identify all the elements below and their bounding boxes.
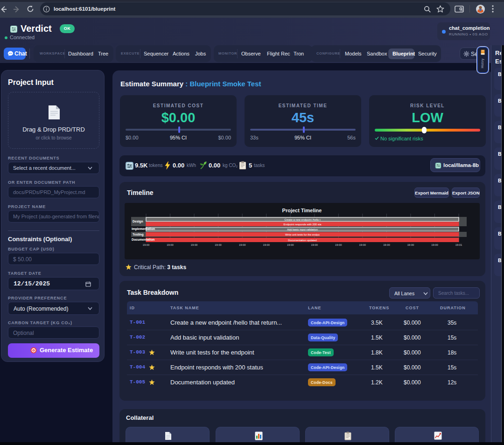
- svg-text:19:00: 19:00: [335, 243, 342, 246]
- svg-text:19:00: 19:00: [431, 243, 438, 246]
- svg-text:Add basic input validation: Add basic input validation: [287, 228, 318, 231]
- svg-text:19:00: 19:00: [215, 243, 222, 246]
- svg-text:Documentation: Documentation: [132, 238, 154, 241]
- svg-text:Project Timeline: Project Timeline: [282, 208, 322, 213]
- svg-text:Design: Design: [133, 220, 143, 223]
- svg-text:19:00: 19:00: [407, 243, 414, 246]
- svg-text:19:00: 19:00: [359, 243, 366, 246]
- svg-text:19:00: 19:00: [263, 243, 270, 246]
- svg-text:19:00: 19:00: [191, 243, 198, 246]
- svg-text:19:00: 19:00: [239, 243, 246, 246]
- svg-text:19:01: 19:01: [455, 243, 462, 246]
- svg-text:Create a new endpoint /hello t: Create a new endpoint /hello t: [284, 218, 320, 221]
- svg-text:19:00: 19:00: [287, 243, 294, 246]
- svg-text:19:00: 19:00: [383, 243, 390, 246]
- svg-text:Testing: Testing: [133, 233, 144, 236]
- svg-text:Implementation: Implementation: [132, 227, 155, 231]
- svg-text:19:00: 19:00: [167, 243, 174, 246]
- svg-text:Documentation updated: Documentation updated: [288, 239, 317, 242]
- svg-text:Write unit tests for the endpo: Write unit tests for the endpo: [285, 233, 320, 236]
- svg-text:19:00: 19:00: [311, 243, 318, 246]
- svg-text:Endpoint responds with 200 sta: Endpoint responds with 200 sta: [284, 223, 322, 226]
- svg-text:19:00: 19:00: [143, 243, 150, 246]
